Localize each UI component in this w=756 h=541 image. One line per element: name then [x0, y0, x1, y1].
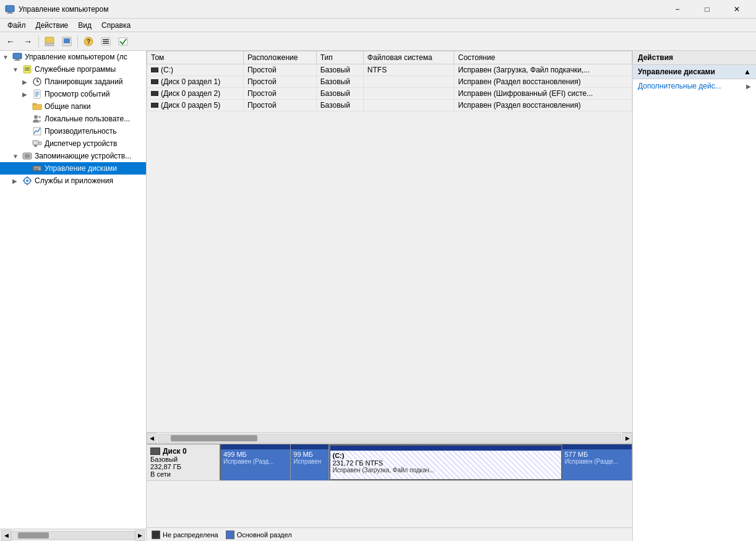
expand-icon-perf[interactable] [22, 128, 32, 135]
part-label: 499 МБ [223, 451, 288, 458]
partition[interactable]: 99 МБ Исправен [291, 444, 329, 480]
tree-item-shares[interactable]: Общие папки [0, 100, 146, 113]
log-icon [32, 89, 42, 99]
tree-item-diskmgmt[interactable]: Управление дисками [0, 162, 146, 175]
partition-header [562, 444, 632, 449]
menu-file[interactable]: Файл [2, 20, 31, 31]
show-button[interactable] [59, 34, 75, 49]
table-row[interactable]: (Диск 0 раздел 5)ПростойБазовыйИсправен … [147, 100, 632, 111]
col-header-vol[interactable]: Том [147, 51, 244, 64]
left-scroll-left[interactable]: ◀ [1, 530, 11, 541]
table-hscroll-thumb[interactable] [171, 435, 257, 441]
expand-icon-diskmgmt[interactable] [22, 165, 32, 172]
expand-icon-services[interactable]: ▶ [12, 178, 22, 184]
expand-icon-storage[interactable]: ▼ [12, 153, 22, 160]
minimize-button[interactable]: − [663, 0, 692, 19]
toolbar-separator-2 [77, 35, 78, 48]
tree-item-tools[interactable]: ▼ Служебные программы [0, 63, 146, 76]
devices-icon [32, 139, 42, 149]
tree-item-root[interactable]: ▼ Управление компьютером (лс [0, 51, 146, 63]
svg-rect-1 [8, 12, 12, 13]
maximize-button[interactable]: □ [693, 0, 721, 19]
cell-type: Базовый [316, 88, 363, 100]
up-button[interactable] [41, 34, 58, 49]
menu-help[interactable]: Справка [97, 20, 135, 31]
cell-vol: (Диск 0 раздел 1) [147, 76, 244, 88]
svg-rect-32 [34, 145, 37, 147]
tree-item-storage-label: Запоминающие устройств... [35, 152, 131, 160]
cell-type: Базовый [316, 100, 363, 111]
expand-icon[interactable]: ▼ [2, 54, 12, 61]
expand-icon-events[interactable]: ▶ [22, 91, 32, 98]
disk-rows: Диск 0 Базовый 232,87 ГБ В сети 499 МБ И… [147, 444, 632, 481]
tree-item-events[interactable]: ▶ Просмотр событий [0, 88, 146, 100]
expand-icon-tools[interactable]: ▼ [12, 66, 22, 73]
window-controls[interactable]: − □ ✕ [663, 0, 751, 19]
tree-item-services[interactable]: ▶ Службы и приложения [0, 175, 146, 187]
expand-icon-devmgr[interactable] [22, 141, 32, 147]
forward-button[interactable]: → [20, 34, 36, 49]
table-row[interactable]: (C:)ПростойБазовыйNTFSИсправен (Загрузка… [147, 64, 632, 76]
partition[interactable]: (C:) 231,72 ГБ NTFS Исправен (Загрузка, … [329, 444, 562, 480]
disk-mgmt-icon [32, 163, 42, 173]
partition-header [221, 444, 290, 449]
svg-rect-16 [14, 60, 20, 61]
cell-vol: (Диск 0 раздел 2) [147, 88, 244, 100]
cell-loc: Простой [243, 88, 316, 100]
svg-rect-10 [103, 39, 109, 40]
back-button[interactable]: ← [2, 34, 19, 49]
cell-vol: (C:) [147, 64, 244, 76]
toolbar-separator-1 [38, 35, 39, 48]
partition[interactable]: 577 МБ Исправен (Разде... [562, 444, 632, 480]
tree-item-perf-label: Производительность [45, 127, 116, 136]
table-scroll[interactable]: Том Расположение Тип Файловая система Со… [147, 51, 632, 432]
menu-view[interactable]: Вид [73, 20, 97, 31]
tree-pane: ▼ Управление компьютером (лс ▼ Служебные… [0, 51, 147, 541]
svg-point-35 [27, 155, 28, 157]
left-hscroll-thumb[interactable] [18, 532, 49, 539]
svg-rect-31 [39, 142, 41, 145]
expand-icon-users[interactable] [22, 116, 32, 123]
svg-rect-17 [24, 66, 31, 73]
tree-item-devmgr[interactable]: Диспетчер устройств [0, 137, 146, 150]
tree-item-scheduler[interactable]: ▶ Планировщик заданий [0, 76, 146, 88]
partition[interactable]: 499 МБ Исправен (Разд... [221, 444, 291, 480]
legend-label-unallocated: Не распределена [163, 531, 218, 539]
action-item-0-arrow: ▶ [746, 83, 751, 90]
tree-item-storage[interactable]: ▼ Запоминающие устройств... [0, 150, 146, 162]
table-row[interactable]: (Диск 0 раздел 2)ПростойБазовыйИсправен … [147, 88, 632, 100]
tools-icon [22, 64, 32, 74]
check-button[interactable] [115, 34, 131, 49]
table-row[interactable]: (Диск 0 раздел 1)ПростойБазовыйИсправен … [147, 76, 632, 88]
cell-status: Исправен (Раздел восстановления) [454, 76, 632, 88]
tree-item-devmgr-label: Диспетчер устройств [45, 139, 117, 148]
expand-icon-shares[interactable] [22, 103, 32, 110]
actions-header: Действия [633, 51, 756, 65]
close-button[interactable]: ✕ [723, 0, 751, 19]
cell-fs [363, 76, 454, 88]
list-button[interactable] [98, 34, 114, 49]
expand-icon-sched[interactable]: ▶ [22, 79, 32, 85]
table-hscroll-track[interactable] [158, 434, 621, 443]
menu-action[interactable]: Действие [31, 20, 74, 31]
left-pane-hscroll[interactable]: ◀ ▶ [0, 529, 146, 541]
svg-rect-3 [45, 37, 54, 43]
col-header-fs[interactable]: Файловая система [363, 51, 454, 64]
help-button[interactable]: ? [80, 34, 97, 49]
svg-point-28 [38, 116, 41, 118]
table-scroll-right[interactable]: ▶ [622, 433, 632, 444]
part-label: 577 МБ [565, 451, 629, 458]
tree-item-users-label: Локальные пользовате... [45, 115, 130, 123]
part-label: (C:) [333, 452, 559, 459]
tree-item-perf[interactable]: Производительность [0, 125, 146, 137]
tree-item-users[interactable]: Локальные пользовате... [0, 113, 146, 125]
col-header-loc[interactable]: Расположение [243, 51, 316, 64]
left-hscroll-track[interactable] [11, 531, 135, 540]
table-area: Том Расположение Тип Файловая система Со… [147, 51, 632, 444]
col-header-status[interactable]: Состояние [454, 51, 632, 64]
col-header-type[interactable]: Тип [316, 51, 363, 64]
action-item-0[interactable]: Дополнительные дейс... ▶ [633, 79, 756, 93]
table-scroll-left[interactable]: ◀ [147, 433, 157, 444]
table-hscroll[interactable]: ◀ ▶ [147, 432, 632, 443]
left-scroll-right[interactable]: ▶ [135, 530, 145, 541]
